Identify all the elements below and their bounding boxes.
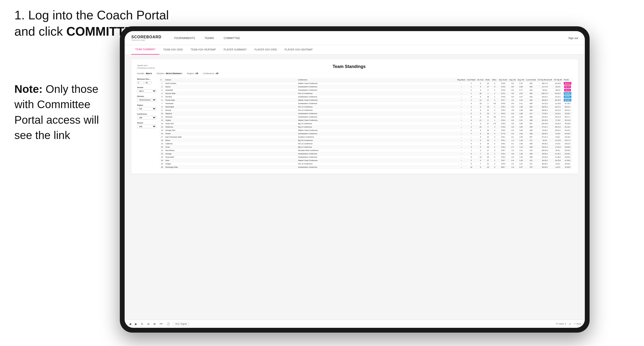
note-label: Note:	[14, 83, 43, 95]
subnav-player-h2h-heatmap[interactable]: PLAYER H2H HEATMAP	[281, 45, 316, 55]
col-points: Points	[563, 78, 572, 82]
table-body: 1North CarolinaAtlantic Coast Conference…	[160, 82, 572, 169]
min-rounds-label: Minimum Rou...	[137, 78, 156, 80]
col-conf-rank: Conf Rank	[466, 78, 476, 82]
subnav-team-h2h-grid[interactable]: TEAM H2H GRID	[160, 45, 187, 55]
col-avg-par: Avg. Par	[517, 78, 525, 82]
table-row: 26Mississippi StateSoutheastern Conferen…	[160, 166, 572, 169]
card-title: Team Standings	[154, 64, 544, 69]
table-row: 10AlabamaSoutheastern Conference–5823327…	[160, 112, 572, 115]
col-vs-top-25: VS Top Record 25	[537, 78, 553, 82]
school-filter-label: School	[137, 122, 156, 124]
subnav-team-h2h-heatmap[interactable]: TEAM H2H HEATMAP	[187, 45, 220, 55]
table-row: 15Georgia TechAtlantic Coast Conference–…	[160, 129, 572, 132]
toolbar-forward-btn[interactable]: ▶	[134, 322, 138, 326]
bottom-toolbar: ◀ ▶ ↻ ⊖ ⊕ ••• 🕐 View: Original 👁 Watch ▾…	[125, 320, 585, 328]
conference-select[interactable]: (All)	[137, 116, 156, 119]
watch-label: Watch	[559, 323, 564, 325]
share-btn[interactable]: ↗ Share	[574, 323, 582, 325]
min-rounds-filter: Minimum Rou...	[137, 78, 156, 84]
conference-value: All	[216, 72, 218, 75]
toolbar-expand-btn[interactable]: ⤢	[568, 322, 572, 326]
school-select[interactable]: (All)	[137, 125, 156, 128]
region-filter: Region: All	[187, 72, 198, 75]
table-row: 9ArizonaPac-12 Conference–38224276.3-4.6…	[160, 109, 572, 112]
school-select-group: School (All)	[137, 122, 156, 128]
division-select[interactable]: NCAA Division I	[137, 98, 156, 102]
view-original-btn[interactable]: View: Original	[173, 322, 189, 326]
eye-icon: 👁	[556, 323, 558, 325]
nav-tournaments[interactable]: TOURNAMENTS	[169, 31, 200, 45]
gender-label: Gender:	[137, 72, 145, 75]
table-header-row: # School Conference Reg Rank Conf Rank N…	[160, 78, 572, 82]
gender-select-group: Gender Men's	[137, 86, 156, 93]
col-conference: Conference	[297, 78, 456, 82]
table-row: 18IllinoisBig Ten Conference–18231279.1-…	[160, 139, 572, 142]
col-school: School	[164, 78, 297, 82]
table-row: 5Ole MissSoutheastern Conference–3618127…	[160, 95, 572, 99]
table-row: 20TexasBig 12 Conference–38261278.9-0.71…	[160, 146, 572, 149]
toolbar-clock-btn[interactable]: 🕐	[166, 322, 171, 326]
watch-btn[interactable]: 👁 Watch ▾	[556, 323, 566, 325]
gender-value: Men's	[146, 72, 152, 75]
division-filter-label: Division	[137, 95, 156, 97]
col-adj-score: Adj. Score	[498, 78, 508, 82]
note-text: Note: Only those with Committee Portal a…	[14, 81, 106, 143]
left-sidebar: Minimum Rou... Gender Men's	[137, 78, 156, 169]
toolbar-zoom-in-btn[interactable]: ⊕	[152, 322, 157, 326]
gender-select[interactable]: Men's	[137, 89, 156, 93]
tablet-screen: SCOREBOARD Powered by clippd TOURNAMENTS…	[125, 31, 585, 328]
toolbar-refresh-btn[interactable]: ↻	[140, 322, 144, 326]
table-row: 7TennesseeSoutheastern Conference–41825.…	[160, 102, 572, 105]
min-rounds-max-input[interactable]	[145, 81, 152, 84]
note-area: Note: Only those with Committee Portal a…	[14, 81, 106, 143]
subnav-team-summary[interactable]: TEAM SUMMARY	[131, 45, 160, 55]
col-vs-top-50: VS Top 50	[553, 78, 563, 82]
toolbar-more-btn[interactable]: •••	[159, 322, 164, 326]
main-nav: TOURNAMENTS TEAMS COMMITTEE	[169, 31, 568, 45]
table-row: 4Arizona StatePac-12 Conference–12611274…	[160, 92, 572, 95]
region-label: Region:	[187, 72, 194, 75]
share-label: Share	[576, 323, 582, 325]
table-row: 1North CarolinaAtlantic Coast Conference…	[160, 82, 572, 85]
col-rnds: Rnds	[484, 78, 491, 82]
update-time: Update time: 27/03/2024 16:56:26	[137, 64, 154, 69]
conference-filter-label: Conference	[137, 113, 156, 115]
tablet-frame: SCOREBOARD Powered by clippd TOURNAMENTS…	[120, 26, 590, 333]
card-header: Update time: 27/03/2024 16:56:26 Team St…	[137, 64, 572, 69]
watch-dropdown: ▾	[565, 323, 566, 325]
page-layout: Minimum Rou... Gender Men's	[137, 78, 572, 169]
conference-filter: Conference: All	[203, 72, 218, 75]
step-number: 1.	[14, 8, 25, 22]
nav-teams[interactable]: TEAMS	[200, 31, 219, 45]
content-card: Update time: 27/03/2024 16:56:26 Team St…	[131, 59, 578, 174]
col-low: Low Overall	[525, 78, 537, 82]
logo-sub: Powered by clippd	[131, 39, 162, 41]
subnav-player-h2h-grid[interactable]: PLAYER H2H GRID	[251, 45, 281, 55]
filter-bar: Gender: Men's Division: NCAA Division I …	[137, 72, 572, 75]
table-row: 12VirginiaAtlantic Coast Conference–4216…	[160, 119, 572, 122]
logo-main: SCOREBOARD	[131, 35, 162, 39]
toolbar-back-btn[interactable]: ◀	[128, 322, 132, 326]
col-avg-sg: Avg. SG	[508, 78, 517, 82]
region-select[interactable]: N/A	[137, 107, 156, 111]
col-no-tour: No Tour	[476, 78, 484, 82]
table-row: 6Florida StateAtlantic Coast Conference–…	[160, 99, 572, 102]
table-row: 11ArkansasSoutheastern Conference–68213.…	[160, 115, 572, 119]
nav-committee[interactable]: COMMITTEE	[219, 31, 245, 45]
division-filter: Division: NCAA Division I	[157, 72, 182, 75]
region-filter-label: Region	[137, 104, 156, 106]
table-row: 2AuburnSoutheastern Conference–19276273.…	[160, 85, 572, 89]
subnav-player-summary[interactable]: PLAYER SUMMARY	[220, 45, 251, 55]
table-row: 23Texas A&MSoutheastern Conference–91030…	[160, 156, 572, 159]
share-icon: ↗	[574, 323, 576, 325]
gender-filter-label: Gender	[137, 86, 156, 89]
min-rounds-min-input[interactable]	[137, 81, 144, 84]
table-row: 3VanderbiltSoutheastern Conference–28622…	[160, 89, 572, 92]
toolbar-zoom-out-btn[interactable]: ⊖	[146, 322, 150, 326]
table-row: 13Texas TechBig 12 Conference–19272.5276…	[160, 122, 572, 125]
region-select-group: Region N/A	[137, 104, 156, 111]
sign-out-link[interactable]: Sign out	[568, 37, 578, 39]
table-row: 21New MexicoMountain West Conference–192…	[160, 149, 572, 152]
table-row: 14OklahomaBig 12 Conference–22422276.8-2…	[160, 125, 572, 129]
